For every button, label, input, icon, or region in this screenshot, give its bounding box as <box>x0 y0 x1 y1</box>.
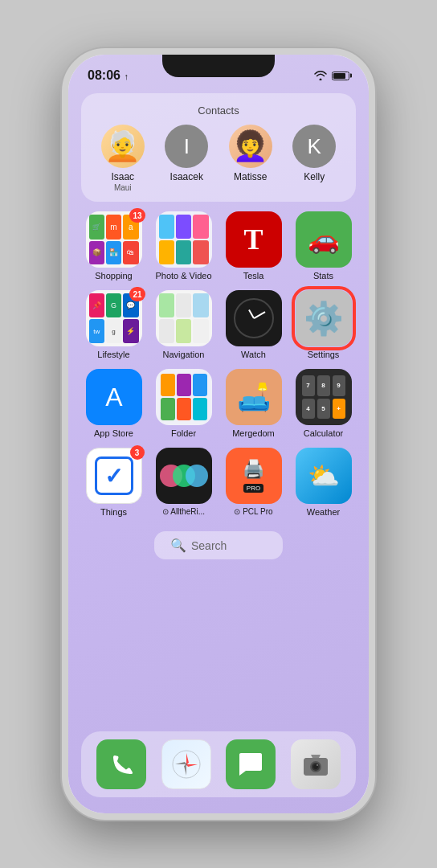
circle-blue <box>186 465 208 487</box>
phone-svg <box>108 751 134 777</box>
shopping-icon: 🛒 m a 📦 🏪 🛍 13 <box>86 211 142 268</box>
app-label-watch: Watch <box>241 350 266 359</box>
contact-isaacek[interactable]: I Isaacek <box>158 125 214 192</box>
badge-shopping: 13 <box>129 208 145 223</box>
notch <box>162 55 275 77</box>
things-checkbox: ✓ <box>95 457 133 495</box>
pcl-printer-icon: 🖨️ <box>243 459 264 480</box>
tesla-t-letter: T <box>243 223 263 256</box>
app-label-mergedom: Mergedom <box>232 428 275 438</box>
photo-video-icon <box>156 211 212 268</box>
app-calculator[interactable]: 7 8 9 4 5 + Calculator <box>291 369 356 438</box>
mergedom-icon: 🛋️ <box>226 369 282 425</box>
avatar-matisse: 👩‍🦱 <box>229 125 272 168</box>
app-label-things: Things <box>100 507 127 517</box>
appstore-icon: A <box>86 369 142 425</box>
app-settings[interactable]: ⚙️ Settings <box>291 290 356 359</box>
app-mergedom[interactable]: 🛋️ Mergedom <box>221 369 286 438</box>
app-weather[interactable]: ⛅ Weather <box>291 448 356 517</box>
svg-text:A: A <box>105 383 123 411</box>
dock-app-safari[interactable] <box>161 739 211 789</box>
status-time: 08:06 ↑ <box>88 68 129 83</box>
tesla-icon: T <box>226 211 282 268</box>
svg-marker-4 <box>184 764 186 776</box>
svg-marker-5 <box>175 762 186 764</box>
app-tesla[interactable]: T Tesla <box>221 211 286 280</box>
app-label-pclpro: ⊙ PCL Pro <box>234 507 272 516</box>
alltheri-icon <box>156 448 212 504</box>
battery-fill <box>333 73 345 79</box>
contact-name-isaacek: Isaacek <box>170 171 203 182</box>
app-appstore[interactable]: A App Store <box>81 369 146 438</box>
battery-icon <box>332 72 349 80</box>
settings-gear-icon: ⚙️ <box>304 300 344 338</box>
dock-safari-icon <box>161 739 211 789</box>
search-bar[interactable]: 🔍 Search <box>154 531 283 559</box>
contact-matisse[interactable]: 👩‍🦱 Matisse <box>223 125 279 192</box>
watch-minute-hand <box>253 311 265 318</box>
dock-app-phone[interactable] <box>96 739 146 789</box>
settings-icon: ⚙️ <box>296 290 352 346</box>
messages-svg <box>236 750 265 779</box>
calculator-icon: 7 8 9 4 5 + <box>296 369 352 425</box>
main-content: Contacts 🧑‍🦳 Isaac Maui I Isaacek <box>68 90 369 728</box>
contact-kelly[interactable]: K Kelly <box>286 125 342 192</box>
app-pclpro[interactable]: 🖨️ PRO ⊙ PCL Pro <box>221 448 286 517</box>
pclpro-icon: 🖨️ PRO <box>226 448 282 504</box>
contacts-widget: Contacts 🧑‍🦳 Isaac Maui I Isaacek <box>81 93 356 202</box>
signal-arrow: ↑ <box>124 72 129 81</box>
app-row-4: ✓ 3 Things ⊙ AlltheRi.. <box>81 448 356 517</box>
svg-marker-6 <box>186 764 198 767</box>
app-label-alltheri: ⊙ AlltheRi... <box>162 507 205 516</box>
contact-name-matisse: Matisse <box>234 171 267 182</box>
svg-marker-3 <box>186 753 189 764</box>
app-things[interactable]: ✓ 3 Things <box>81 448 146 517</box>
things-icon: ✓ 3 <box>86 448 142 504</box>
contact-name-isaac: Isaac <box>111 171 134 182</box>
contact-subtitle-isaac: Maui <box>114 183 132 192</box>
contact-name-kelly: Kelly <box>304 171 325 182</box>
app-label-appstore: App Store <box>94 428 133 438</box>
contacts-row: 🧑‍🦳 Isaac Maui I Isaacek 👩‍🦱 <box>91 125 346 192</box>
folder-icon <box>156 369 212 425</box>
search-text: Search <box>191 539 227 552</box>
appstore-a-svg: A <box>98 381 130 413</box>
stats-icon: 🚗 <box>296 211 352 268</box>
badge-lifestyle: 21 <box>129 287 145 301</box>
search-bar-container: 🔍 Search <box>81 526 356 563</box>
pcl-pro-badge: PRO <box>243 484 263 493</box>
app-lifestyle[interactable]: 📌 G 💬 tw g ⚡ 21 Lifestyle <box>81 290 146 359</box>
app-watch[interactable]: Watch <box>221 290 286 359</box>
contact-isaac[interactable]: 🧑‍🦳 Isaac Maui <box>95 125 151 192</box>
contacts-title: Contacts <box>91 104 346 117</box>
avatar-isaacek: I <box>165 125 208 168</box>
navigation-icon <box>156 290 212 346</box>
avatar-kelly: K <box>292 125 336 168</box>
status-icons <box>314 71 349 80</box>
app-shopping[interactable]: 🛒 m a 📦 🏪 🛍 13 Shopping <box>81 211 146 280</box>
svg-point-12 <box>317 764 318 766</box>
app-navigation[interactable]: Navigation <box>151 290 216 359</box>
dock-app-camera[interactable] <box>291 739 341 789</box>
dock-phone-icon <box>96 739 146 789</box>
alltheri-circles <box>165 469 203 482</box>
app-label-tesla: Tesla <box>243 271 264 280</box>
dock-messages-icon <box>226 739 276 789</box>
safari-svg <box>171 749 202 780</box>
app-folder[interactable]: Folder <box>151 369 216 438</box>
dock-app-messages[interactable] <box>226 739 276 789</box>
app-row-2: 📌 G 💬 tw g ⚡ 21 Lifestyle <box>81 290 356 359</box>
app-label-stats: Stats <box>313 271 333 280</box>
app-stats[interactable]: 🚗 Stats <box>291 211 356 280</box>
weather-sun-icon: ⛅ <box>308 461 340 491</box>
avatar-isaac: 🧑‍🦳 <box>101 125 145 168</box>
dock <box>81 731 356 797</box>
phone-frame: 08:06 ↑ Contacts <box>62 48 375 820</box>
app-alltheri[interactable]: ⊙ AlltheRi... <box>151 448 216 517</box>
wifi-icon <box>314 71 327 80</box>
app-label-settings: Settings <box>308 350 340 359</box>
app-photo-video[interactable]: Photo & Video <box>151 211 216 280</box>
app-label-calculator: Calculator <box>304 428 344 438</box>
app-row-3: A App Store <box>81 369 356 438</box>
things-checkmark: ✓ <box>104 463 123 489</box>
